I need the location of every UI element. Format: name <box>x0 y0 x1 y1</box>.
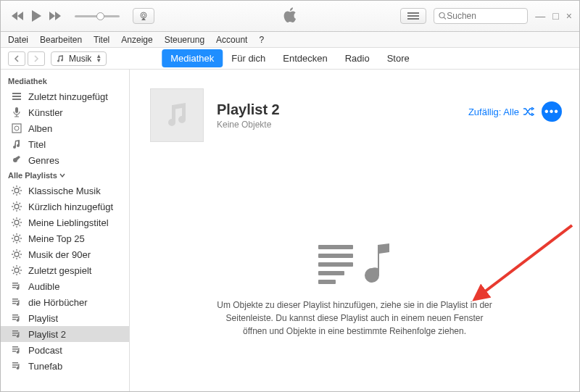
playlist-icon <box>11 296 22 308</box>
sidebar-item[interactable]: Podcast <box>1 342 129 358</box>
sidebar-item-label: Playlist 2 <box>28 329 66 340</box>
sidebar-item[interactable]: Zuletzt hinzugefügt <box>1 88 129 104</box>
sidebar-item[interactable]: Audible <box>1 278 129 294</box>
svg-rect-71 <box>12 301 18 302</box>
search-field[interactable] <box>447 11 523 21</box>
close-button[interactable]: × <box>566 10 572 22</box>
media-selector[interactable]: Musik ▲▼ <box>51 51 107 66</box>
music-note-icon <box>162 101 191 130</box>
sidebar-item-label: Genres <box>28 155 59 166</box>
tab-radio[interactable]: Radio <box>336 49 378 67</box>
svg-rect-7 <box>12 93 21 94</box>
search-input[interactable] <box>434 8 528 24</box>
menu-titel[interactable]: Titel <box>94 35 109 45</box>
sidebar-item[interactable]: Künstler <box>1 104 129 120</box>
play-button[interactable] <box>30 9 43 22</box>
shuffle-button[interactable]: Zufällig: Alle <box>468 107 534 117</box>
sidebar-item[interactable]: Musik der 90er <box>1 246 129 262</box>
maximize-button[interactable]: □ <box>552 10 558 22</box>
sidebar-item-label: Klassische Musik <box>28 185 101 196</box>
menu-account[interactable]: Account <box>216 35 247 45</box>
sidebar-item[interactable]: Alben <box>1 120 129 136</box>
sidebar-item[interactable]: Meine Lieblingstitel <box>1 214 129 230</box>
svg-line-27 <box>13 203 14 204</box>
sidebar-item[interactable]: Genres <box>1 152 129 168</box>
mic-icon <box>11 107 22 118</box>
sidebar-section-header[interactable]: Mediathek <box>1 74 129 88</box>
svg-line-30 <box>20 203 21 204</box>
sidebar-item[interactable]: die Hörbücher <box>1 294 129 310</box>
sidebar-item-label: Zuletzt gespielt <box>28 265 91 276</box>
sidebar-item[interactable]: Tunefab <box>1 358 129 374</box>
svg-rect-70 <box>12 299 18 300</box>
tab-für-dich[interactable]: Für dich <box>223 49 274 67</box>
menu-?[interactable]: ? <box>259 35 264 45</box>
more-button[interactable]: ••• <box>542 101 562 122</box>
tab-mediathek[interactable]: Mediathek <box>162 49 223 67</box>
shuffle-label: Zufällig: Alle <box>468 107 519 117</box>
menu-bar: DateiBearbeitenTitelAnzeigeSteuerungAcco… <box>1 32 579 48</box>
sidebar-item-label: Meine Top 25 <box>28 233 85 244</box>
svg-line-38 <box>13 225 14 227</box>
shuffle-icon <box>523 107 534 116</box>
menu-steuerung[interactable]: Steuerung <box>165 35 204 45</box>
back-button[interactable] <box>8 51 25 66</box>
svg-line-20 <box>13 193 14 195</box>
album-icon <box>11 122 22 134</box>
tab-entdecken[interactable]: Entdecken <box>274 49 336 67</box>
airplay-button[interactable] <box>133 8 154 24</box>
sidebar-item[interactable]: Zuletzt gespielt <box>1 262 129 278</box>
svg-line-21 <box>20 187 21 188</box>
playlist-subtitle: Keine Objekte <box>217 120 280 130</box>
sidebar-item-label: Playlist <box>28 313 58 324</box>
svg-line-18 <box>13 187 14 188</box>
music-icon <box>56 54 65 63</box>
playlist-icon <box>11 360 22 372</box>
next-button[interactable] <box>49 11 62 21</box>
svg-rect-79 <box>12 346 18 348</box>
content-area: MediathekZuletzt hinzugefügtKünstlerAlbe… <box>1 70 579 392</box>
svg-point-12 <box>14 126 19 130</box>
svg-rect-82 <box>12 362 18 364</box>
sidebar-item-label: Künstler <box>28 107 63 118</box>
menu-anzeige[interactable]: Anzeige <box>121 35 152 45</box>
menu-bearbeiten[interactable]: Bearbeiten <box>40 35 82 45</box>
sidebar-item[interactable]: Meine Top 25 <box>1 230 129 246</box>
sidebar-item-label: Meine Lieblingstitel <box>28 217 109 228</box>
sidebar-item-label: Audible <box>28 281 59 292</box>
playlist-icon <box>11 328 22 340</box>
svg-rect-72 <box>12 303 16 304</box>
svg-point-5 <box>439 12 444 17</box>
sidebar-item[interactable]: Klassische Musik <box>1 183 129 199</box>
queue-button[interactable] <box>400 8 426 24</box>
svg-rect-4 <box>407 18 419 20</box>
svg-point-49 <box>14 252 19 257</box>
menu-datei[interactable]: Datei <box>8 35 28 45</box>
tab-store[interactable]: Store <box>378 49 418 67</box>
forward-button[interactable] <box>28 51 45 66</box>
apple-logo-icon <box>283 7 297 26</box>
playlist-actions: Zufällig: Alle ••• <box>468 101 562 122</box>
svg-line-56 <box>13 257 14 259</box>
svg-line-36 <box>13 219 14 220</box>
sidebar-item[interactable]: Kürzlich hinzugefügt <box>1 199 129 214</box>
sidebar-section-header[interactable]: Alle Playlists <box>1 168 129 183</box>
svg-rect-81 <box>12 351 16 352</box>
svg-rect-9 <box>12 99 21 100</box>
playlist-icon <box>11 312 22 324</box>
gear-icon <box>11 217 22 228</box>
playlist-icon <box>11 344 22 356</box>
svg-point-0 <box>141 12 146 18</box>
svg-rect-10 <box>15 107 18 113</box>
svg-line-28 <box>20 209 21 211</box>
previous-button[interactable] <box>11 11 24 21</box>
svg-rect-76 <box>12 330 18 332</box>
sidebar-item[interactable]: Playlist <box>1 310 129 326</box>
minimize-button[interactable]: — <box>535 10 545 22</box>
gear-icon <box>11 249 22 260</box>
list-icon <box>11 91 22 102</box>
svg-point-58 <box>14 268 19 272</box>
volume-slider[interactable] <box>75 15 120 17</box>
sidebar-item[interactable]: Playlist 2 <box>1 326 129 342</box>
sidebar-item[interactable]: Titel <box>1 136 129 152</box>
